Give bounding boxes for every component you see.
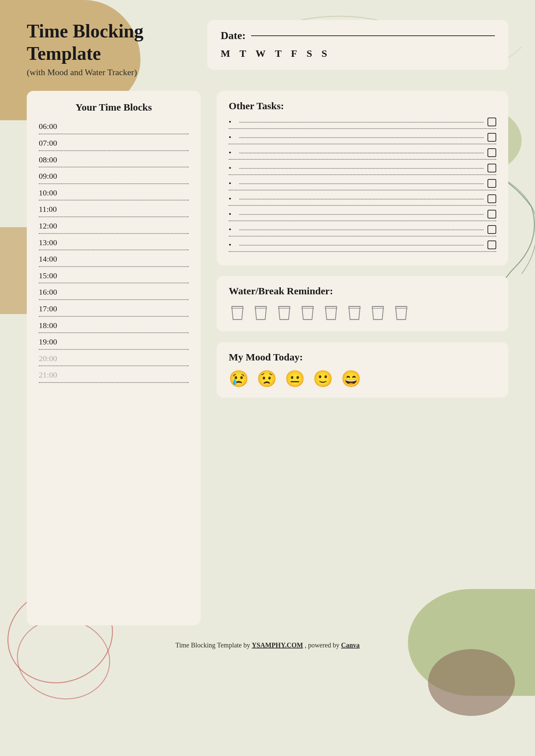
dotted-1300 xyxy=(39,250,189,250)
task-row-6: • xyxy=(229,194,496,203)
date-row: Date: xyxy=(221,29,495,42)
task-checkbox-8[interactable] xyxy=(488,225,496,234)
time-label-1500: 15:00 xyxy=(39,270,189,282)
time-label-2100: 21:00 xyxy=(39,369,189,381)
dotted-1400 xyxy=(39,266,189,267)
task-dotted-7 xyxy=(239,214,484,215)
bullet-4: • xyxy=(229,164,235,172)
main-row: Your Time Blocks 06:00 07:00 08:00 09:00 xyxy=(27,91,508,625)
dotted-0800 xyxy=(39,167,189,167)
task-after-3 xyxy=(229,159,496,160)
time-entry-1800: 18:00 xyxy=(39,320,189,333)
main-title: Time Blocking Template xyxy=(27,20,187,65)
content: Time Blocking Template (with Mood and Wa… xyxy=(27,20,508,649)
title-block: Time Blocking Template (with Mood and Wa… xyxy=(27,20,187,78)
bullet-1: • xyxy=(229,118,235,126)
task-dotted-1 xyxy=(239,122,484,123)
task-after-1 xyxy=(229,128,496,129)
cups-row xyxy=(229,303,496,322)
dotted-0700 xyxy=(39,150,189,151)
task-checkbox-9[interactable] xyxy=(488,241,496,249)
cup-2[interactable] xyxy=(252,303,270,322)
bullet-7: • xyxy=(229,210,235,218)
task-checkbox-6[interactable] xyxy=(488,194,496,203)
task-after-6 xyxy=(229,205,496,206)
cup-8[interactable] xyxy=(393,303,410,322)
time-label-1400: 14:00 xyxy=(39,254,189,265)
task-checkbox-3[interactable] xyxy=(488,148,496,157)
cup-5[interactable] xyxy=(322,303,340,322)
time-entry-0900: 09:00 xyxy=(39,171,189,184)
mood-very-happy[interactable]: 😄 xyxy=(341,369,361,388)
cup-4[interactable] xyxy=(299,303,316,322)
task-after-9 xyxy=(229,251,496,252)
time-entry-1500: 15:00 xyxy=(39,270,189,284)
date-line[interactable] xyxy=(251,35,495,36)
task-after-8 xyxy=(229,236,496,237)
task-row-9: • xyxy=(229,241,496,249)
task-dotted-8 xyxy=(239,230,484,230)
task-dotted-5 xyxy=(239,183,484,184)
dotted-2000 xyxy=(39,365,189,366)
task-checkbox-1[interactable] xyxy=(488,118,496,126)
header-row: Time Blocking Template (with Mood and Wa… xyxy=(27,20,508,78)
time-entry-2100: 21:00 xyxy=(39,369,189,383)
cup-6[interactable] xyxy=(346,303,363,322)
dotted-1500 xyxy=(39,283,189,283)
time-entry-1300: 13:00 xyxy=(39,237,189,251)
day-S2: S xyxy=(321,48,327,59)
footer-link-canva[interactable]: Canva xyxy=(341,641,360,649)
time-label-0800: 08:00 xyxy=(39,154,189,166)
bullet-6: • xyxy=(229,194,235,203)
dotted-1900 xyxy=(39,349,189,350)
footer-text-before: Time Blocking Template by xyxy=(175,641,252,649)
cup-1[interactable] xyxy=(229,303,246,322)
date-box: Date: M T W T F S S xyxy=(207,20,508,70)
time-entry-0600: 06:00 xyxy=(39,121,189,134)
task-dotted-9 xyxy=(239,245,484,246)
dotted-0600 xyxy=(39,134,189,134)
bullet-9: • xyxy=(229,241,235,249)
task-row-5: • xyxy=(229,179,496,188)
time-entry-2000: 20:00 xyxy=(39,353,189,366)
bullet-8: • xyxy=(229,225,235,234)
time-entry-1700: 17:00 xyxy=(39,303,189,317)
task-checkbox-5[interactable] xyxy=(488,179,496,188)
task-row-1: • xyxy=(229,118,496,126)
task-checkbox-4[interactable] xyxy=(488,164,496,172)
task-row-4: • xyxy=(229,164,496,172)
task-after-5 xyxy=(229,190,496,190)
time-label-1100: 11:00 xyxy=(39,204,189,215)
day-T2: T xyxy=(275,48,282,59)
task-dotted-3 xyxy=(239,153,484,153)
time-entry-1100: 11:00 xyxy=(39,204,189,217)
dotted-1700 xyxy=(39,316,189,317)
days-row: M T W T F S S xyxy=(221,48,495,59)
mood-happy[interactable]: 🙂 xyxy=(313,369,333,388)
task-dotted-6 xyxy=(239,199,484,199)
subtitle: (with Mood and Water Tracker) xyxy=(27,67,187,78)
mood-title: My Mood Today: xyxy=(229,351,496,363)
task-row-3: • xyxy=(229,148,496,157)
footer-link-ysamphy[interactable]: YSAMPHY.COM xyxy=(252,641,303,649)
time-entry-0800: 08:00 xyxy=(39,154,189,168)
time-label-1600: 16:00 xyxy=(39,287,189,298)
task-checkbox-7[interactable] xyxy=(488,210,496,218)
time-entry-1200: 12:00 xyxy=(39,220,189,234)
tasks-title: Other Tasks: xyxy=(229,100,496,112)
cup-3[interactable] xyxy=(276,303,293,322)
mood-very-sad[interactable]: 😢 xyxy=(229,369,249,388)
dotted-1200 xyxy=(39,233,189,234)
mood-sad[interactable]: 😟 xyxy=(257,369,277,388)
time-label-1000: 10:00 xyxy=(39,187,189,199)
cup-7[interactable] xyxy=(369,303,387,322)
task-checkbox-2[interactable] xyxy=(488,133,496,142)
time-label-1800: 18:00 xyxy=(39,320,189,331)
time-label-0900: 09:00 xyxy=(39,171,189,182)
mood-neutral[interactable]: 😐 xyxy=(285,369,305,388)
dotted-1600 xyxy=(39,299,189,300)
day-M: M xyxy=(221,48,230,59)
time-label-0700: 07:00 xyxy=(39,138,189,149)
day-T1: T xyxy=(239,48,246,59)
bullet-3: • xyxy=(229,148,235,157)
